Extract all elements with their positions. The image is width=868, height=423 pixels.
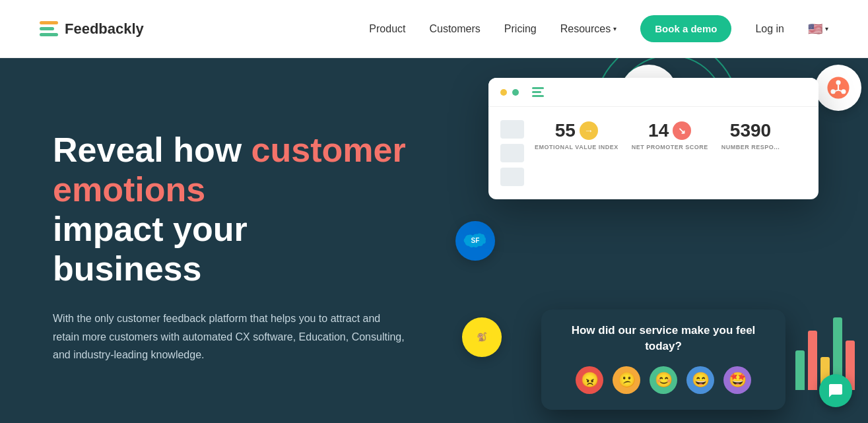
chart-bar-1	[795, 350, 805, 390]
nav-item-product[interactable]: Product	[369, 23, 405, 35]
hero-right: SF	[449, 58, 868, 423]
emoji-happy[interactable]: 😊	[650, 366, 677, 394]
metric3-label: NUMBER RESPO...	[721, 144, 780, 150]
mailchimp-integration-circle: 🐒	[462, 317, 502, 357]
metric1-value: 55	[555, 120, 576, 141]
emoji-excited[interactable]: 🤩	[723, 366, 751, 394]
chat-support-button[interactable]	[819, 374, 852, 407]
dashboard-card: 55 → EMOTIONAL VALUE INDEX 14 ↘ NET PROM…	[488, 78, 818, 199]
language-chevron-icon: ▾	[825, 25, 828, 32]
hero-section: Reveal how customer emotions impact your…	[0, 58, 868, 423]
hero-subtitle: With the only customer feedback platform…	[53, 309, 409, 364]
nav-link-customers[interactable]: Customers	[429, 23, 480, 34]
emoji-very-happy[interactable]: 😄	[686, 366, 714, 394]
hero-left: Reveal how customer emotions impact your…	[0, 58, 449, 423]
navbar: Feedbackly Product Customers Pricing Res…	[0, 0, 868, 58]
flag-icon: 🇺🇸	[808, 22, 822, 36]
hero-title: Reveal how customer emotions impact your…	[53, 131, 409, 288]
nav-item-pricing[interactable]: Pricing	[504, 23, 537, 35]
nav-link-resources[interactable]: Resources	[560, 23, 611, 35]
emoji-rating-row: 😠 😕 😊 😄 🤩	[557, 366, 770, 394]
nav-link-product[interactable]: Product	[369, 23, 405, 34]
metric1-arrow-icon: →	[580, 121, 598, 140]
nav-item-customers[interactable]: Customers	[429, 23, 480, 35]
book-demo-button[interactable]: Book a demo	[640, 15, 731, 42]
nav-item-language[interactable]: 🇺🇸 ▾	[808, 22, 828, 36]
svg-point-5	[836, 80, 840, 84]
emoji-unhappy[interactable]: 😕	[613, 366, 640, 394]
hubspot-icon	[826, 76, 850, 100]
sidebar-block-2	[500, 144, 524, 162]
hubspot-integration-circle	[815, 65, 861, 111]
logo-bar-mid	[40, 27, 54, 30]
hamburger-menu-icon	[532, 87, 544, 97]
logo-bar-top	[40, 21, 58, 24]
metric2-arrow-icon: ↘	[673, 121, 691, 140]
mailchimp-icon: 🐒	[471, 327, 492, 348]
chat-feedback-card: How did our service make you feel today?…	[541, 309, 785, 410]
metric2-value: 14	[648, 120, 669, 141]
dashboard-header	[488, 78, 818, 107]
sidebar-block-1	[500, 120, 524, 139]
dashboard-sidebar	[500, 120, 524, 186]
login-link[interactable]: Log in	[755, 23, 784, 34]
svg-text:🐒: 🐒	[477, 332, 487, 342]
hero-title-part1: Reveal how	[53, 131, 251, 169]
hero-title-part2: impact yourbusiness	[53, 210, 248, 288]
metric-responses: 5390 NUMBER RESPO...	[721, 120, 780, 186]
nav-link-pricing[interactable]: Pricing	[504, 23, 537, 34]
nav-item-cta[interactable]: Book a demo	[640, 23, 731, 35]
dashboard-body: 55 → EMOTIONAL VALUE INDEX 14 ↘ NET PROM…	[488, 107, 818, 199]
sidebar-block-3	[500, 168, 524, 186]
resources-chevron-icon: ▾	[613, 25, 617, 32]
logo-text: Feedbackly	[65, 20, 144, 38]
logo[interactable]: Feedbackly	[40, 20, 144, 38]
metric-emotional-value: 55 → EMOTIONAL VALUE INDEX	[535, 120, 618, 186]
window-dot-green	[512, 89, 519, 96]
nav-item-resources[interactable]: Resources ▾	[560, 23, 617, 35]
nav-item-login[interactable]: Log in	[755, 23, 784, 35]
salesforce-integration-circle: SF	[455, 221, 495, 261]
metric1-label: EMOTIONAL VALUE INDEX	[535, 144, 618, 150]
chart-bar-2	[808, 331, 817, 390]
emoji-very-unhappy[interactable]: 😠	[576, 366, 603, 394]
logo-icon	[40, 21, 58, 36]
nav-links: Product Customers Pricing Resources ▾ Bo…	[369, 22, 828, 36]
metric2-label: NET PROMOTER SCORE	[632, 144, 708, 150]
chat-question: How did our service make you feel today?	[557, 323, 770, 354]
dashboard-metrics: 55 → EMOTIONAL VALUE INDEX 14 ↘ NET PROM…	[535, 120, 807, 186]
chat-support-icon	[828, 383, 844, 399]
window-dot-yellow	[500, 89, 507, 96]
metric3-value: 5390	[730, 120, 771, 141]
metric-nps: 14 ↘ NET PROMOTER SCORE	[632, 120, 708, 186]
logo-bar-bot	[40, 33, 58, 36]
